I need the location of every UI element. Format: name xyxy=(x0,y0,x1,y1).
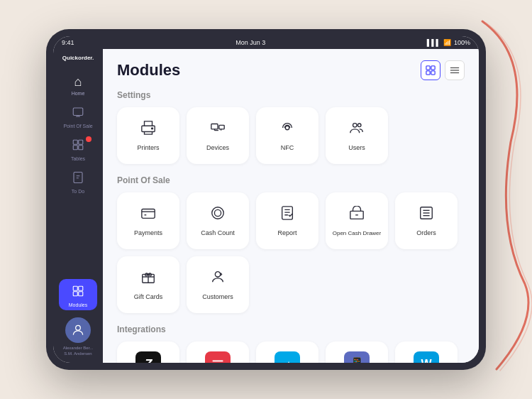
svg-point-25 xyxy=(212,207,224,219)
user-name: Alexander Ber... xyxy=(63,346,94,351)
users-label: Users xyxy=(348,144,365,151)
module-zettle[interactable]: Z Zettle xyxy=(117,341,179,363)
open-cash-drawer-icon xyxy=(349,206,365,226)
svg-point-34 xyxy=(215,272,220,277)
main-content[interactable]: Modules xyxy=(103,49,479,363)
page-header: Modules xyxy=(117,60,465,80)
svg-rect-13 xyxy=(431,71,435,75)
printers-label: Printers xyxy=(137,144,159,151)
sidebar-item-home-label: Home xyxy=(72,91,85,96)
svg-rect-5 xyxy=(73,287,77,291)
module-customers[interactable]: Customers xyxy=(187,256,249,313)
sidebar-item-todo[interactable]: To Do xyxy=(59,165,97,197)
svg-rect-6 xyxy=(79,287,83,291)
svg-rect-20 xyxy=(219,125,224,129)
users-icon xyxy=(349,120,365,140)
svg-rect-27 xyxy=(282,207,293,219)
cash-count-label: Cash Count xyxy=(201,229,235,236)
nfc-label: NFC xyxy=(281,144,294,151)
dinengenkontrol-icon xyxy=(205,351,231,363)
signal-icon: ▌▌▌ xyxy=(427,39,440,46)
svg-rect-2 xyxy=(79,140,83,144)
module-payments[interactable]: Payments xyxy=(117,192,179,249)
sidebar-item-home[interactable]: ⌂ Home xyxy=(59,69,97,99)
battery-icon: 100% xyxy=(454,39,470,46)
sidebar-item-modules[interactable]: Modules xyxy=(59,279,97,310)
svg-rect-8 xyxy=(79,292,83,296)
svg-point-26 xyxy=(214,209,221,216)
pos-grid: Payments Cash Count xyxy=(117,192,465,313)
todo-icon xyxy=(72,171,84,187)
module-devices[interactable]: Devices xyxy=(187,107,249,164)
sidebar: Quickorder. ⌂ Home Point Of Sale xyxy=(53,49,103,363)
section-integrations-title: Integrations xyxy=(117,324,465,334)
customers-icon xyxy=(210,269,226,289)
module-dinengenkontrol[interactable]: Dinengenkontrol xyxy=(187,341,249,363)
module-nets[interactable]: nets. Nets xyxy=(256,341,318,363)
module-nfc[interactable]: NFC xyxy=(256,107,318,164)
svg-point-18 xyxy=(152,128,153,129)
module-gift-cards[interactable]: Gift Cards xyxy=(117,256,179,313)
orders-label: Orders xyxy=(416,229,436,236)
section-pos-title: Point Of Sale xyxy=(117,175,465,185)
mobilepay-icon: 📱 xyxy=(344,351,370,363)
modules-icon xyxy=(72,285,84,301)
module-report[interactable]: Report xyxy=(256,192,318,249)
svg-point-23 xyxy=(358,124,361,127)
gift-cards-icon xyxy=(140,269,156,289)
sidebar-item-tables[interactable]: Tables xyxy=(59,133,97,164)
user-sub: S.M. Andersen xyxy=(64,351,92,357)
page-title: Modules xyxy=(117,61,180,80)
payments-icon xyxy=(140,205,156,225)
devices-label: Devices xyxy=(206,144,229,151)
module-open-cash-drawer[interactable]: Open Cash Drawer xyxy=(326,192,388,249)
view-toggle xyxy=(421,60,465,80)
svg-rect-4 xyxy=(79,145,83,149)
view-list-button[interactable] xyxy=(445,60,465,80)
sidebar-item-tables-label: Tables xyxy=(71,156,85,161)
app-body: Quickorder. ⌂ Home Point Of Sale xyxy=(53,49,479,363)
payments-label: Payments xyxy=(134,229,162,236)
integrations-grid: Z Zettle xyxy=(117,341,465,363)
avatar[interactable] xyxy=(65,317,91,343)
status-bar: 9:41 Mon Jun 3 ▌▌▌ 📶 100% xyxy=(53,36,479,49)
user-section: Alexander Ber... S.M. Andersen xyxy=(63,317,94,357)
view-grid-button[interactable] xyxy=(421,60,440,80)
zettle-icon: Z xyxy=(135,351,161,363)
svg-rect-10 xyxy=(426,66,430,70)
cash-count-icon xyxy=(210,205,226,225)
home-icon: ⌂ xyxy=(74,75,82,89)
svg-rect-3 xyxy=(73,145,77,149)
status-date: Mon Jun 3 xyxy=(235,39,265,46)
settings-grid: Printers Devices xyxy=(117,107,465,164)
module-mobilepay[interactable]: 📱 MobilePay xyxy=(326,341,388,363)
module-printers[interactable]: Printers xyxy=(117,107,179,164)
module-wolt[interactable]: W Wolt xyxy=(395,341,458,363)
svg-rect-19 xyxy=(211,124,218,129)
svg-rect-24 xyxy=(142,209,155,219)
module-users[interactable]: Users xyxy=(326,107,388,164)
pos-icon xyxy=(72,106,84,122)
printers-icon xyxy=(140,120,156,140)
tables-icon xyxy=(72,138,84,155)
sidebar-logo: Quickorder. xyxy=(62,55,94,62)
module-cash-count[interactable]: Cash Count xyxy=(187,192,249,249)
svg-rect-11 xyxy=(431,66,435,70)
sidebar-item-modules-label: Modules xyxy=(69,302,87,307)
svg-rect-1 xyxy=(73,140,77,144)
module-orders[interactable]: Orders xyxy=(395,192,458,249)
gift-cards-label: Gift Cards xyxy=(134,293,163,300)
wifi-icon: 📶 xyxy=(443,39,451,46)
svg-rect-0 xyxy=(73,108,83,116)
sidebar-item-pos[interactable]: Point Of Sale xyxy=(59,100,97,131)
sidebar-item-pos-label: Point Of Sale xyxy=(63,124,92,129)
customers-label: Customers xyxy=(202,293,233,300)
svg-point-22 xyxy=(353,124,358,128)
wolt-icon: W xyxy=(414,351,439,363)
svg-point-21 xyxy=(285,126,289,130)
sidebar-item-todo-label: To Do xyxy=(72,189,84,194)
devices-icon xyxy=(210,120,226,140)
ipad-screen: 9:41 Mon Jun 3 ▌▌▌ 📶 100% Quickorder. ⌂ … xyxy=(53,36,479,363)
report-icon xyxy=(279,205,295,225)
report-label: Report xyxy=(277,229,297,236)
